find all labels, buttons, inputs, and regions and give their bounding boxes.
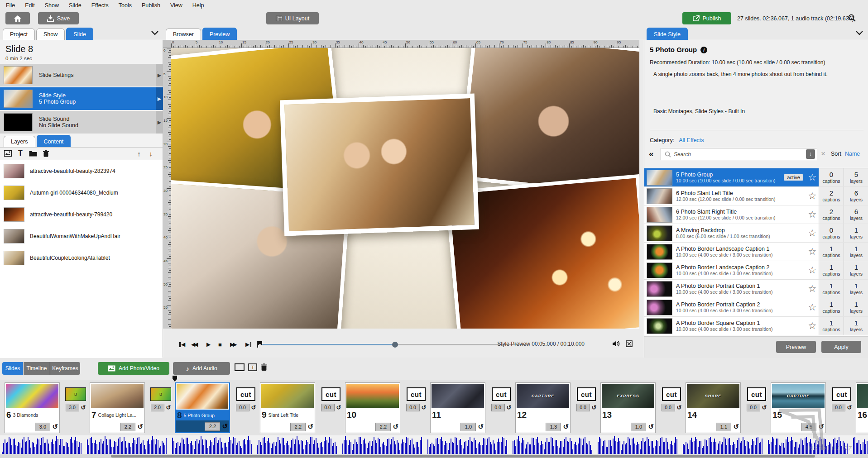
content-file-row[interactable]: BeautifulCoupleLookingAtaTablet bbox=[0, 247, 163, 269]
transition-reset-icon[interactable]: ↺ bbox=[422, 404, 427, 411]
content-file-row[interactable]: BeautifulWomanWithMakeUpAndHair bbox=[0, 225, 163, 247]
effect-row[interactable]: 6 Photo Slant Left Title 12.00 sec (12.0… bbox=[644, 187, 868, 205]
transition-duration-box[interactable]: 0.0 bbox=[321, 404, 335, 411]
section-expand-arrow-icon[interactable]: ▶ bbox=[156, 64, 163, 86]
left-panel-tab[interactable]: Show bbox=[36, 29, 65, 40]
slide-reset-duration-icon[interactable]: ↺ bbox=[307, 423, 313, 431]
timeline-slide-card[interactable]: CAPTURE 12 1.3 ↺ bbox=[515, 382, 571, 433]
slide-duration-box[interactable]: 2.2 bbox=[205, 422, 220, 431]
transition-thumbnail[interactable]: cut bbox=[662, 387, 681, 401]
left-subtab[interactable]: Content bbox=[37, 135, 71, 147]
transition-duration-box[interactable]: 0.0 bbox=[406, 404, 420, 411]
photo-layer-couple-tablet[interactable] bbox=[280, 94, 479, 236]
transition-duration-box[interactable]: 0.0 bbox=[491, 404, 505, 411]
effect-row[interactable]: A Moving Backdrop 8.00 sec (6.00 sec sli… bbox=[644, 224, 868, 243]
favorite-star-icon[interactable]: ☆ bbox=[806, 172, 819, 183]
stop-button[interactable]: ■ bbox=[218, 340, 222, 348]
add-photo-video-button[interactable]: Add Photo/Video bbox=[98, 362, 169, 375]
menu-item[interactable]: Effects bbox=[86, 0, 114, 10]
favorite-star-icon[interactable]: ☆ bbox=[806, 265, 819, 276]
slide-section-row[interactable]: Slide Sound No Slide Sound ▶ bbox=[0, 111, 163, 134]
transition-duration-box[interactable]: 0.0 bbox=[832, 404, 845, 411]
search-icon[interactable] bbox=[848, 14, 856, 24]
transition-thumbnail[interactable]: B bbox=[150, 387, 171, 401]
transition-thumbnail[interactable]: cut bbox=[747, 387, 766, 401]
transition-thumbnail[interactable]: cut bbox=[577, 387, 596, 401]
slide-reset-duration-icon[interactable]: ↺ bbox=[137, 423, 143, 431]
favorite-star-icon[interactable]: ☆ bbox=[806, 320, 819, 331]
menu-item[interactable]: Show bbox=[40, 0, 64, 10]
preview-tab[interactable]: Browser bbox=[166, 29, 201, 40]
volume-icon[interactable] bbox=[613, 340, 620, 349]
slide-reset-duration-icon[interactable]: ↺ bbox=[52, 423, 58, 431]
slide-duration-box[interactable]: 4.5 bbox=[801, 423, 816, 431]
transition-reset-icon[interactable]: ↺ bbox=[847, 404, 852, 411]
timeline-slide-card[interactable]: SHARE 14 1.1 ↺ bbox=[686, 382, 741, 433]
favorite-star-icon[interactable]: ☆ bbox=[806, 302, 819, 313]
transition-reset-icon[interactable]: ↺ bbox=[507, 404, 512, 411]
transition-reset-icon[interactable]: ↺ bbox=[166, 404, 171, 411]
transition-duration-box[interactable]: 0.0 bbox=[662, 404, 675, 411]
section-expand-arrow-icon[interactable]: ▶ bbox=[156, 87, 163, 110]
transition-reset-icon[interactable]: ↺ bbox=[762, 404, 767, 411]
slide-duration-box[interactable]: 1.0 bbox=[631, 423, 646, 431]
add-image-icon[interactable] bbox=[3, 149, 13, 158]
slide-preview-stage[interactable] bbox=[171, 48, 639, 329]
favorite-star-icon[interactable]: ☆ bbox=[806, 209, 819, 220]
menu-item[interactable]: Help bbox=[187, 0, 209, 10]
move-layer-down-icon[interactable]: ↓ bbox=[146, 149, 156, 158]
play-button[interactable]: ▶ bbox=[206, 340, 211, 348]
slide-reset-duration-icon[interactable]: ↺ bbox=[478, 423, 484, 431]
scrollbar-thumb[interactable] bbox=[111, 455, 815, 458]
slide-duration-box[interactable]: 3.0 bbox=[35, 423, 50, 431]
timeline-slide-card[interactable]: EXPRESS 13 1.0 ↺ bbox=[600, 382, 656, 433]
publish-button[interactable]: Publish bbox=[682, 12, 731, 24]
transition-thumbnail[interactable]: cut bbox=[321, 387, 340, 401]
ui-layout-button[interactable]: UI Layout bbox=[266, 12, 319, 24]
effect-row[interactable]: A Photo Border Portrait Caption 1 10.00 … bbox=[644, 280, 868, 298]
transition-duration-box[interactable]: 0.0 bbox=[747, 404, 760, 411]
transition-reset-icon[interactable]: ↺ bbox=[336, 404, 341, 411]
slide-reset-duration-icon[interactable]: ↺ bbox=[393, 423, 398, 431]
preview-style-button[interactable]: Preview bbox=[776, 341, 816, 353]
transition-duration-box[interactable]: 2.0 bbox=[151, 404, 164, 411]
move-layer-up-icon[interactable]: ↑ bbox=[134, 149, 144, 158]
slide-duration-box[interactable]: 2.2 bbox=[120, 423, 135, 431]
effect-row[interactable]: A Photo Border Landscape Caption 1 10.00… bbox=[644, 243, 868, 261]
transition-thumbnail[interactable]: cut bbox=[492, 387, 511, 401]
home-button[interactable] bbox=[5, 12, 30, 24]
title-slide-icon[interactable]: T bbox=[248, 363, 257, 373]
tab-keyframes[interactable]: Keyframes bbox=[50, 362, 80, 375]
menu-item[interactable]: View bbox=[165, 0, 187, 10]
effect-row[interactable]: A Photo Border Square Caption 1 10.00 se… bbox=[644, 317, 868, 335]
transition-duration-box[interactable]: 0.0 bbox=[576, 404, 590, 411]
effect-row[interactable]: 6 Photo Slant Right Title 12.00 sec (12.… bbox=[644, 205, 868, 224]
apply-style-button[interactable]: Apply bbox=[821, 341, 861, 353]
transition-reset-icon[interactable]: ↺ bbox=[251, 404, 256, 411]
trash-icon[interactable] bbox=[41, 149, 51, 158]
slide-reset-duration-icon[interactable]: ↺ bbox=[733, 423, 739, 431]
slide-duration-box[interactable]: 1.0 bbox=[460, 423, 476, 431]
transition-thumbnail[interactable]: cut bbox=[832, 387, 851, 401]
timeline-slide-card[interactable]: 10 2.2 ↺ bbox=[345, 382, 400, 433]
fast-forward-button[interactable]: ▶▶ bbox=[230, 340, 235, 348]
go-first-button[interactable]: ◀ bbox=[179, 340, 185, 348]
section-expand-arrow-icon[interactable]: ▶ bbox=[156, 111, 163, 134]
slide-section-row[interactable]: Slide Settings ▶ bbox=[0, 64, 163, 86]
effect-row[interactable]: A Photo Border Portrait Caption 2 10.00 … bbox=[644, 298, 868, 317]
preview-tab[interactable]: Preview bbox=[202, 28, 237, 40]
content-file-row[interactable]: attractive-beautiful-beauty-2823974 bbox=[0, 160, 163, 182]
delete-slide-trash-icon[interactable] bbox=[261, 363, 267, 373]
category-all-effects-link[interactable]: All Effects bbox=[679, 137, 704, 143]
menu-item[interactable]: Slide bbox=[64, 0, 86, 10]
sort-name-link[interactable]: Name bbox=[845, 151, 860, 157]
search-clear-icon[interactable]: × bbox=[821, 149, 825, 158]
slide-duration-box[interactable]: 1.3 bbox=[546, 423, 561, 431]
fullscreen-icon[interactable] bbox=[626, 340, 633, 349]
transition-thumbnail[interactable]: B bbox=[65, 387, 86, 401]
left-panel-tab[interactable]: Slide bbox=[66, 28, 93, 40]
right-collapse-chevron-icon[interactable] bbox=[856, 29, 863, 37]
photo-layer-brunette[interactable] bbox=[458, 48, 639, 199]
tab-slide-style[interactable]: Slide Style bbox=[647, 28, 688, 40]
left-panel-tab[interactable]: Project bbox=[3, 29, 35, 40]
